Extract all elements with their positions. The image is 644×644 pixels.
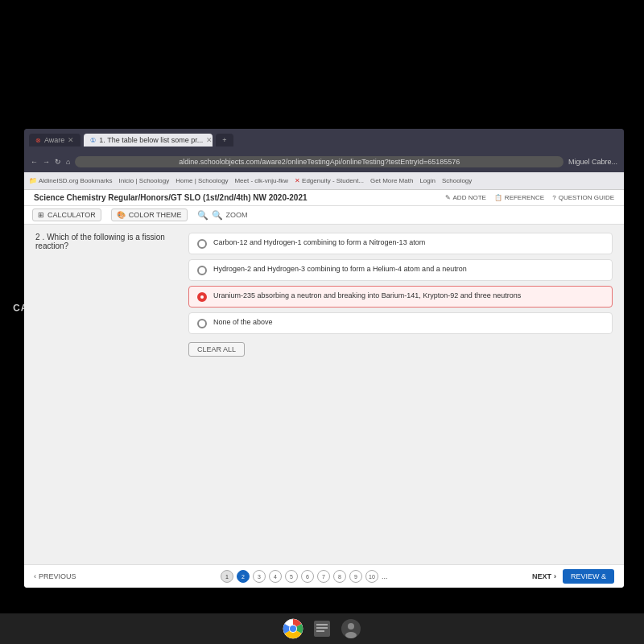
prev-arrow: ‹ (34, 572, 36, 580)
previous-button[interactable]: ‹ PREVIOUS (34, 572, 76, 580)
answer-text-a: Carbon-12 and Hydrogen-1 combining to fo… (213, 238, 425, 246)
bookmarks-bar: 📁 AldineISD.org Bookmarks Inicio | Schoo… (24, 172, 624, 190)
radio-d[interactable] (197, 319, 207, 328)
q-num-ellipsis: ... (382, 572, 388, 580)
review-label: REVIEW & (571, 572, 606, 580)
svg-point-9 (345, 632, 357, 638)
svg-rect-6 (316, 630, 324, 632)
aware-tab-label: Aware (44, 136, 64, 144)
svg-point-8 (348, 623, 354, 630)
question-number: 2 (35, 233, 40, 242)
bookmark-label: Meet - clk-vnju-fkw (234, 177, 288, 184)
answer-text-c: Uranium-235 absorbing a neutron and brea… (213, 291, 521, 299)
radio-c[interactable] (197, 292, 207, 302)
toolbar: ⊞ CALCULATOR 🎨 COLOR THEME 🔍 🔍 ZOOM (24, 206, 624, 225)
q-num-8[interactable]: 8 (333, 570, 346, 583)
browser-window: ⊗ Aware ✕ ① 1. The table below list some… (24, 129, 624, 588)
zoom-in-icon[interactable]: 🔍 (212, 210, 223, 221)
home-icon[interactable]: ⌂ (66, 158, 70, 166)
q-num-label: 6 (306, 574, 309, 580)
q-num-9[interactable]: 9 (349, 570, 362, 583)
tab-aware[interactable]: ⊗ Aware ✕ (29, 134, 80, 147)
review-button[interactable]: REVIEW & (563, 569, 614, 584)
q-num-label: 7 (322, 574, 325, 580)
back-icon[interactable]: ← (31, 158, 38, 166)
chrome-taskbar-icon[interactable] (282, 617, 304, 640)
test-tab-label: 1. The table below list some pr... (99, 136, 203, 144)
bookmark-label: Schoology (442, 177, 472, 184)
address-input[interactable]: aldine.schoolobjects.com/aware2/onlineTe… (75, 156, 564, 167)
q-num-label: 9 (354, 574, 357, 580)
next-arrow: › (554, 572, 556, 580)
browser-frame: ⊗ Aware ✕ ① 1. The table below list some… (24, 129, 624, 588)
person-taskbar-icon[interactable] (340, 617, 362, 640)
q-num-3[interactable]: 3 (253, 570, 266, 583)
q-num-5[interactable]: 5 (285, 570, 298, 583)
bookmark-schoology-inicio[interactable]: Inicio | Schoology (119, 177, 170, 184)
aware-tab-icon: ⊗ (35, 137, 41, 144)
answer-option-b[interactable]: Hydrogen-2 and Hydrogen-3 combining to f… (188, 259, 613, 281)
bookmark-edgenuity[interactable]: ✕ Edgenuity - Student... (295, 177, 364, 184)
svg-rect-5 (316, 627, 328, 629)
aware-tab-close[interactable]: ✕ (68, 136, 74, 144)
bookmark-label: Login (419, 177, 436, 184)
answer-option-d[interactable]: None of the above (188, 312, 613, 334)
answer-option-c[interactable]: Uranium-235 absorbing a neutron and brea… (188, 286, 613, 308)
tab-bar: ⊗ Aware ✕ ① 1. The table below list some… (24, 129, 624, 151)
question-text: 2. Which of the following is a fission r… (35, 233, 180, 556)
zoom-out-icon[interactable]: 🔍 (197, 210, 208, 221)
content-area: Science Chemistry Regular/Honors/GT SLO … (24, 190, 624, 588)
radio-a[interactable] (197, 239, 207, 249)
calculator-icon: ⊞ (38, 211, 44, 219)
tab-test[interactable]: ① 1. The table below list some pr... ✕ (84, 134, 213, 147)
test-title: Science Chemistry Regular/Honors/GT SLO … (34, 193, 308, 202)
clear-all-button[interactable]: CLEAR ALL (188, 342, 245, 357)
bookmark-getmoremath[interactable]: Get More Math (370, 177, 413, 184)
prev-label: PREVIOUS (39, 572, 76, 580)
reference-button[interactable]: 📋 REFERENCE (494, 194, 544, 201)
question-numbers: 1 2 3 4 5 6 7 8 9 10 ... (76, 570, 532, 583)
answer-option-a[interactable]: Carbon-12 and Hydrogen-1 combining to fo… (188, 233, 613, 254)
files-taskbar-icon[interactable] (311, 617, 333, 640)
calculator-button[interactable]: ⊞ CALCULATOR (32, 208, 101, 221)
q-num-label: 3 (258, 574, 261, 580)
zoom-label: ZOOM (226, 211, 248, 219)
reference-label: REFERENCE (505, 194, 544, 201)
bookmark-schoology2[interactable]: Schoology (442, 177, 472, 184)
tab-new[interactable]: + (216, 134, 233, 147)
q-num-2[interactable]: 2 (237, 570, 250, 583)
q-num-7[interactable]: 7 (317, 570, 330, 583)
forward-icon[interactable]: → (43, 158, 50, 166)
question-guide-icon: ? (552, 194, 555, 201)
answer-text-b: Hydrogen-2 and Hydrogen-3 combining to f… (213, 265, 467, 273)
q-num-label: 8 (338, 574, 341, 580)
answer-options: Carbon-12 and Hydrogen-1 combining to fo… (188, 233, 613, 556)
q-num-4[interactable]: 4 (269, 570, 282, 583)
bookmark-label: ✕ (295, 177, 300, 184)
bookmark-label: AldineISD.org Bookmarks (39, 177, 113, 184)
question-content: Which of the following is a fission reac… (35, 233, 165, 250)
question-guide-label: QUESTION GUIDE (559, 194, 614, 201)
nav-buttons: ‹ PREVIOUS (34, 572, 76, 580)
q-num-10[interactable]: 10 (365, 570, 378, 583)
bookmark-schoology-home[interactable]: Home | Schoology (175, 177, 228, 184)
bookmark-login[interactable]: Login (419, 177, 436, 184)
bookmark-label: Inicio | Schoology (119, 177, 170, 184)
answer-text-d: None of the above (213, 318, 273, 326)
question-guide-button[interactable]: ? QUESTION GUIDE (552, 194, 614, 201)
header-actions: ✎ ADD NOTE 📋 REFERENCE ? QUESTION GUIDE (445, 194, 614, 201)
reload-icon[interactable]: ↻ (55, 158, 61, 166)
svg-rect-4 (316, 624, 328, 625)
bookmark-label: Get More Math (370, 177, 413, 184)
bookmark-aldineisd[interactable]: 📁 AldineISD.org Bookmarks (29, 177, 113, 184)
add-note-button[interactable]: ✎ ADD NOTE (445, 194, 486, 201)
test-tab-close[interactable]: ✕ (206, 136, 213, 144)
bookmark-meet[interactable]: Meet - clk-vnju-fkw (234, 177, 288, 184)
next-button[interactable]: NEXT › (532, 572, 556, 580)
add-note-label: ADD NOTE (453, 194, 486, 201)
color-theme-button[interactable]: 🎨 COLOR THEME (111, 208, 188, 221)
radio-b[interactable] (197, 266, 207, 275)
q-num-6[interactable]: 6 (301, 570, 314, 583)
q-num-1[interactable]: 1 (221, 570, 233, 583)
bookmark-label: Edgenuity - Student... (302, 177, 364, 184)
